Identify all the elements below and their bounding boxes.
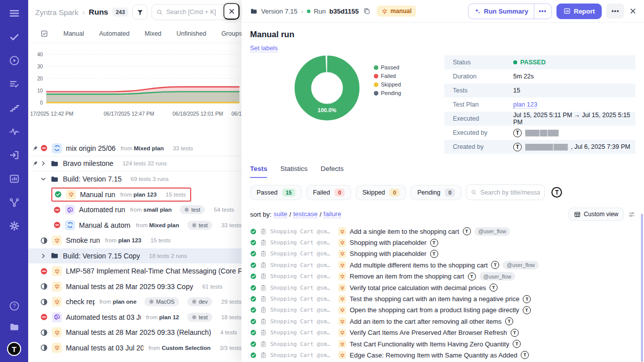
chevron-down-icon[interactable] (40, 176, 46, 182)
suite-name: Shopping Cart @sm… (270, 273, 335, 280)
set-labels-link[interactable]: Set labels (250, 45, 278, 52)
gear-icon[interactable] (8, 220, 20, 232)
manual-run-icon (54, 329, 60, 336)
tab-unfinished[interactable]: Unfinished (177, 30, 206, 37)
detail-close-button[interactable] (629, 7, 637, 15)
clipboard-icon (260, 307, 267, 313)
assignee-filter-avatar[interactable]: T (551, 187, 562, 198)
test-row[interactable]: Shopping Cart @sm… Open the shopping car… (250, 305, 635, 316)
select-all-icon[interactable] (40, 30, 48, 38)
test-row[interactable]: Shopping Cart @sm… Edge Case: Removing I… (250, 349, 635, 360)
run-row[interactable]: Build: Version 7.1569 tests 3 runs (28, 171, 242, 187)
burst (340, 285, 345, 291)
clipboard (260, 262, 267, 268)
test-row[interactable]: Shopping Cart @sm… Add an item to the ca… (250, 316, 635, 327)
sort-testcase-link[interactable]: testcase (293, 210, 317, 218)
view-settings-icon[interactable] (628, 211, 635, 218)
tab-automated[interactable]: Automated (99, 30, 129, 37)
run-row[interactable]: Manual tests at 03 Jul 2025 12:08from Cu… (28, 340, 242, 356)
suite-name: Shopping Cart @sm… (270, 285, 335, 291)
manual-run-icon (54, 283, 60, 290)
run-row[interactable]: check report sharingfrom plan oneMacOSde… (28, 294, 242, 310)
chip-passed[interactable]: Passed15 (250, 185, 302, 200)
detail-row: ExecutedJul 15, 2025 5:11 PM → Jul 15, 2… (444, 112, 635, 126)
test-plan-link[interactable]: plan 123 (513, 101, 537, 109)
pin-icon (32, 160, 38, 166)
test-row[interactable]: Shopping Cart @sm… Test Cart Functionali… (250, 338, 635, 349)
test-row[interactable]: Shopping Cart @sm… Add multiple differen… (250, 259, 635, 270)
run-row[interactable]: Manual & automated runfrom Mixed plantes… (28, 218, 242, 233)
run-summary-button[interactable]: Run Summary ••• (468, 4, 552, 19)
chevron-right-icon[interactable] (40, 160, 46, 166)
sort-suite-link[interactable]: suite (274, 210, 287, 218)
filter-button[interactable] (132, 5, 147, 20)
tab-groups[interactable]: Groups (221, 30, 242, 37)
test-title: Open the shopping cart from a product li… (350, 306, 519, 314)
sort-failure-link[interactable]: failure (324, 210, 341, 218)
steps-icon[interactable] (8, 102, 20, 114)
breadcrumb-folder[interactable]: Version 7.15 (261, 8, 297, 15)
run-row[interactable]: Manual tests at 28 Mar 2025 09:33 Copy61… (28, 279, 242, 295)
menu-icon[interactable] (8, 7, 20, 19)
tab-defects[interactable]: Defects (320, 165, 344, 178)
test-row[interactable]: Shopping Cart @sm… Remove an item from t… (250, 271, 635, 282)
check-icon[interactable] (8, 31, 20, 43)
run-row[interactable]: Build: Version 7.15 Copy18 tests 2 runs (28, 248, 242, 264)
test-row[interactable]: Shopping Cart @sm… Verify Cart Items Are… (250, 327, 635, 338)
copy-icon[interactable] (363, 8, 370, 15)
clipboard-icon (260, 296, 267, 302)
clipboard-icon (260, 273, 267, 280)
run-row[interactable]: mix origin 25/06from Mixed plan33 tests (28, 141, 242, 156)
panel-close-button[interactable] (223, 3, 239, 20)
scrollbar[interactable] (641, 214, 643, 362)
test-row[interactable]: Shopping Cart @sm… Test the shopping car… (250, 293, 635, 304)
play-circle-icon[interactable] (8, 54, 20, 66)
custom-view-button[interactable]: Custom view (569, 208, 624, 221)
manual-run-icon (66, 190, 76, 200)
tab-tests[interactable]: Tests (250, 165, 267, 178)
run-row[interactable]: Manual tests at 28 Mar 2025 09:33 (Relau… (28, 325, 242, 340)
chip-failed[interactable]: Failed0 (306, 185, 351, 200)
help-icon[interactable] (8, 300, 20, 312)
run-summary-more-button[interactable]: ••• (534, 4, 551, 19)
report-button[interactable]: Report (556, 4, 602, 19)
burst (340, 262, 345, 268)
chip-pending[interactable]: Pending0 (411, 185, 461, 200)
test-row[interactable]: Shopping Cart @sm… Shopping with placeho… (250, 248, 635, 259)
run-row[interactable]: Automated tests at 03 Jul 2025 13:25from… (28, 310, 242, 325)
status (40, 144, 48, 152)
run-row[interactable]: Manual runfrom plan 12315 tests (28, 187, 242, 203)
bar-chart-icon[interactable] (8, 172, 20, 185)
test-row[interactable]: Shopping Cart @sm… Verify total price ca… (250, 282, 635, 293)
status (40, 313, 48, 321)
tab-manual[interactable]: Manual (63, 30, 84, 37)
assignee-avatar: T (430, 250, 438, 258)
run-row[interactable]: Automated runfrom small plantest54 tests (28, 202, 242, 218)
sort-by-label: sort by: (250, 211, 272, 218)
folder-icon (50, 175, 59, 184)
clipboard (260, 273, 267, 280)
chip-skipped[interactable]: Skipped0 (356, 185, 406, 200)
manual-run-icon (68, 191, 74, 198)
tab-statistics[interactable]: Statistics (280, 165, 307, 178)
chevron-right-icon[interactable] (40, 253, 46, 259)
run-row[interactable]: Bravo milestone124 tests 32 runs (28, 156, 242, 172)
test-row[interactable]: Shopping Cart @sm… Add a single item to … (250, 226, 635, 237)
tests-search[interactable] (466, 185, 545, 200)
tests-search-input[interactable] (480, 189, 540, 196)
branch-icon[interactable] (8, 196, 20, 208)
runs-search-input[interactable] (167, 9, 231, 16)
run-row[interactable]: Smoke runfrom plan 12315 tests (28, 233, 242, 248)
tab-mixed[interactable]: Mixed (144, 30, 161, 37)
import-icon[interactable] (8, 149, 20, 161)
test-row[interactable]: Shopping Cart @sm… Shopping with placeho… (250, 237, 635, 248)
run-row[interactable]: LMP-587 Implement Real-Time Chat Messagi… (28, 263, 242, 279)
user-avatar[interactable]: T (7, 342, 21, 356)
list-check-icon[interactable] (8, 78, 20, 90)
assignee-avatar: T (490, 284, 498, 292)
svg-text:10: 10 (37, 88, 43, 94)
folder-icon[interactable] (8, 321, 20, 333)
breadcrumb-project[interactable]: Zyntra Spark (35, 8, 78, 17)
more-actions-button[interactable]: ••• (606, 4, 624, 19)
activity-icon[interactable] (8, 125, 20, 137)
